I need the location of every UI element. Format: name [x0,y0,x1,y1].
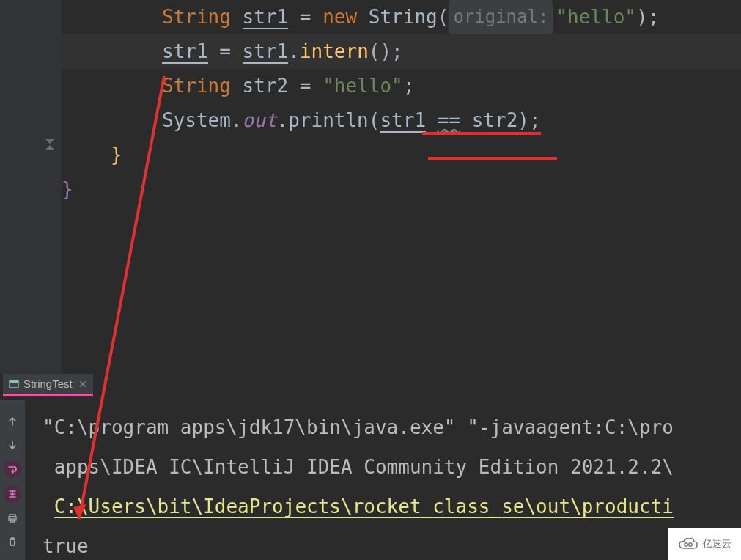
code-line[interactable]: String str1 = new String(original:"hello… [62,0,741,34]
code-token: str2 = [243,75,323,97]
code-token: "hello" [556,6,636,28]
watermark-text: 亿速云 [703,537,731,550]
scroll-to-end-icon[interactable] [4,485,21,503]
run-toolbar [0,400,25,560]
up-stack-icon[interactable] [4,413,21,430]
code-token: str1 [162,40,208,64]
console-text: apps\IDEA IC\IntelliJ IDEA Community Edi… [43,456,674,478]
soft-wrap-icon[interactable] [4,460,21,478]
code-token: str1 [243,40,289,64]
svg-point-10 [688,543,691,546]
code-line[interactable]: } [62,138,741,172]
code-token: "hello" [322,75,403,97]
code-line[interactable]: str1 = str1.intern(); [62,34,741,69]
watermark: 亿速云 [668,528,741,560]
svg-point-9 [684,543,687,546]
code-token: String [162,6,243,28]
code-token: str2 [460,109,517,131]
code-line[interactable]: System.out.println(str1 == str2); [62,103,741,138]
code-token: str1 [243,6,289,29]
code-token: . [288,40,300,62]
fold-handle-icon[interactable] [44,139,56,148]
code-token: new [322,6,369,28]
code-token: intern [300,40,369,62]
print-icon[interactable] [4,510,21,526]
code-line[interactable]: } [62,172,741,207]
editor-gutter [0,0,62,374]
code-token: == [438,109,460,133]
trash-icon[interactable] [4,534,21,550]
code-token: System. [162,109,243,131]
run-config-icon [9,379,19,389]
code-token: = [208,40,243,62]
run-tab-bar: StringTest ✕ [3,374,93,399]
code-token [426,109,438,131]
console-text: "C:\program apps\jdk17\bin\java.exe" "-j… [43,416,674,438]
cloud-icon [678,537,698,551]
console-line[interactable]: true [43,526,741,560]
parameter-hint: original: [449,0,553,34]
run-tab-stringtest[interactable]: StringTest ✕ [3,374,93,396]
ide-window: { "editor": { "lines": [ { "type": "code… [0,0,741,560]
console-text: true [43,535,89,557]
code-token: ); [636,6,659,28]
code-token: .println( [277,109,380,131]
code-token: } [62,178,73,200]
code-line[interactable]: String str2 = "hello"; [62,69,741,103]
close-icon[interactable]: ✕ [77,378,89,390]
code-token: ; [403,75,415,97]
console-line[interactable]: C:\Users\bit\IdeaProjects\rocket_class_s… [43,487,741,526]
console-line[interactable]: "C:\program apps\jdk17\bin\java.exe" "-j… [43,408,741,447]
code-token: = [288,6,322,28]
code-token: String( [369,6,449,28]
code-editor[interactable]: String str1 = new String(original:"hello… [0,0,741,374]
down-stack-icon[interactable] [4,437,21,453]
svg-rect-1 [10,380,18,383]
code-token: } [111,144,122,166]
run-tool-window: "C:\program apps\jdk17\bin\java.exe" "-j… [0,400,741,560]
console-line[interactable]: apps\IDEA IC\IntelliJ IDEA Community Edi… [43,447,741,487]
run-tab-label: StringTest [23,377,73,390]
console-link[interactable]: C:\Users\bit\IdeaProjects\rocket_class_s… [54,495,674,518]
console-text [43,495,54,517]
code-token: (); [369,40,403,62]
console-output[interactable]: "C:\program apps\jdk17\bin\java.exe" "-j… [43,408,741,560]
code-lines[interactable]: String str1 = new String(original:"hello… [62,0,741,207]
code-token: out [243,109,277,131]
code-token: str1 [380,109,426,133]
code-token: ); [517,109,540,131]
code-token: String [162,75,243,97]
